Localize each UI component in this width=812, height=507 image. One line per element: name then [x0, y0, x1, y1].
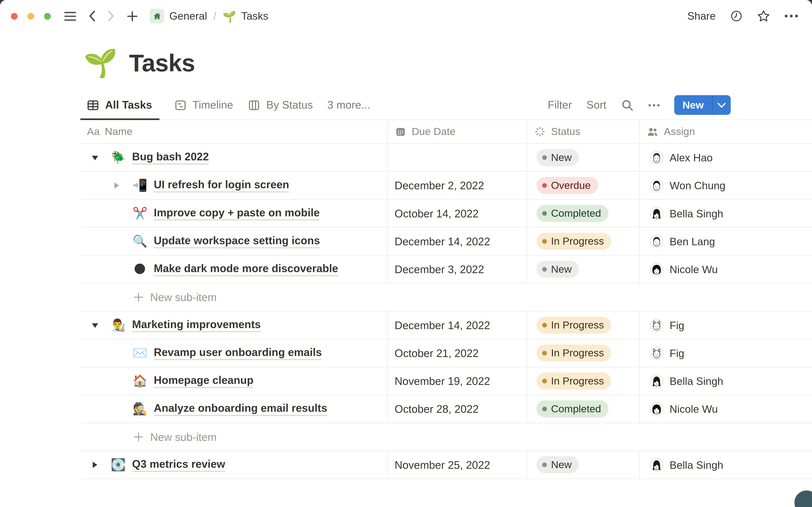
task-link[interactable]: Revamp user onboarding emails [154, 346, 322, 360]
more-options-icon[interactable] [784, 14, 798, 18]
due-date-cell[interactable] [388, 144, 527, 171]
tab-all-tasks[interactable]: All Tasks [80, 91, 159, 120]
status-cell[interactable]: Completed [527, 200, 639, 227]
minimize-window-button[interactable] [28, 13, 34, 19]
task-link[interactable]: Improve copy + paste on mobile [154, 207, 320, 220]
assign-cell[interactable]: Fig [639, 312, 812, 339]
assign-cell[interactable]: Fig [639, 339, 812, 367]
breadcrumb-page[interactable]: Tasks [241, 10, 268, 22]
status-cell[interactable]: In Progress [527, 368, 639, 395]
status-badge[interactable]: In Progress [537, 233, 611, 250]
table-row[interactable]: ✂️Improve copy + paste on mobileOctober … [80, 200, 812, 228]
search-icon[interactable] [621, 99, 634, 112]
new-page-icon[interactable] [127, 11, 138, 21]
status-cell[interactable]: In Progress [527, 339, 639, 367]
status-cell[interactable]: In Progress [527, 228, 639, 255]
status-badge[interactable]: New [537, 456, 579, 473]
task-link[interactable]: Homepage cleanup [154, 374, 254, 388]
due-date-cell[interactable]: October 21, 2022 [388, 339, 527, 367]
column-header-name[interactable]: Aa Name [80, 120, 388, 143]
name-cell[interactable]: 👨‍🎨Marketing improvements [80, 312, 388, 339]
task-link[interactable]: Q3 metrics review [132, 458, 225, 472]
task-link[interactable]: Marketing improvements [132, 318, 261, 332]
back-icon[interactable] [89, 10, 95, 22]
column-header-due-date[interactable]: Due Date [388, 120, 527, 143]
status-cell[interactable]: In Progress [527, 312, 639, 339]
status-badge[interactable]: In Progress [537, 373, 611, 390]
status-cell[interactable]: Overdue [527, 172, 639, 199]
table-row[interactable]: 📲UI refresh for login screenDecember 2, … [80, 172, 812, 200]
table-row[interactable]: 👨‍🎨Marketing improvementsDecember 14, 20… [80, 312, 812, 339]
breadcrumb-root[interactable]: General [169, 10, 207, 22]
collapse-toggle-icon[interactable] [89, 319, 101, 331]
tab-timeline[interactable]: Timeline [174, 91, 233, 120]
name-cell[interactable]: 🌑Make dark mode more discoverable [80, 256, 388, 283]
status-cell[interactable]: New [527, 451, 639, 479]
tab-3-more[interactable]: 3 more... [327, 91, 370, 120]
filter-button[interactable]: Filter [548, 99, 572, 111]
zoom-window-button[interactable] [44, 13, 51, 19]
due-date-cell[interactable]: December 2, 2022 [388, 172, 527, 199]
table-row[interactable]: 🕵️Analyze onboarding email resultsOctobe… [80, 395, 812, 423]
name-cell[interactable]: 💽Q3 metrics review [80, 451, 388, 479]
new-button-label[interactable]: New [674, 95, 712, 115]
status-cell[interactable]: New [527, 256, 639, 283]
assign-cell[interactable]: Bella Singh [639, 368, 812, 395]
view-options-icon[interactable] [648, 104, 660, 106]
table-row[interactable]: 🏠Homepage cleanupNovember 19, 2022In Pro… [80, 368, 812, 395]
expand-toggle-icon[interactable] [110, 179, 123, 192]
new-sub-item-row[interactable]: New sub-item [80, 423, 812, 451]
close-window-button[interactable] [11, 13, 17, 19]
assign-cell[interactable]: Won Chung [639, 172, 812, 199]
column-header-assign[interactable]: Assign [639, 120, 812, 143]
assign-cell[interactable]: Nicole Wu [639, 395, 812, 423]
assign-cell[interactable]: Alex Hao [639, 144, 812, 171]
name-cell[interactable]: ✉️Revamp user onboarding emails [80, 339, 388, 367]
history-clock-icon[interactable] [730, 10, 743, 22]
new-sub-item-row[interactable]: New sub-item [80, 283, 812, 312]
table-row[interactable]: 🌑Make dark mode more discoverableDecembe… [80, 256, 812, 283]
sort-button[interactable]: Sort [587, 99, 606, 111]
favorite-star-icon[interactable] [757, 10, 770, 22]
status-badge[interactable]: In Progress [537, 317, 611, 334]
status-badge[interactable]: New [537, 149, 579, 166]
due-date-cell[interactable]: November 19, 2022 [388, 368, 527, 395]
table-row[interactable]: 🪲Bug bash 2022NewAlex Hao [80, 144, 812, 172]
task-link[interactable]: Update workspace setting icons [154, 234, 320, 248]
status-badge[interactable]: Completed [537, 400, 608, 418]
name-cell[interactable]: 🔍Update workspace setting icons [80, 228, 388, 255]
home-icon[interactable] [150, 9, 164, 23]
name-cell[interactable]: ✂️Improve copy + paste on mobile [80, 200, 388, 227]
task-link[interactable]: Make dark mode more discoverable [154, 262, 338, 276]
name-cell[interactable]: 🕵️Analyze onboarding email results [80, 395, 388, 423]
due-date-cell[interactable]: December 14, 2022 [388, 312, 527, 339]
help-button[interactable] [795, 491, 812, 507]
collapse-toggle-icon[interactable] [89, 151, 101, 164]
name-cell[interactable]: 📲UI refresh for login screen [80, 172, 388, 199]
table-row[interactable]: ✉️Revamp user onboarding emailsOctober 2… [80, 339, 812, 368]
assign-cell[interactable]: Ben Lang [639, 228, 812, 255]
status-badge[interactable]: New [537, 261, 579, 278]
column-header-status[interactable]: Status [527, 120, 639, 143]
name-cell[interactable]: 🪲Bug bash 2022 [80, 144, 388, 171]
expand-toggle-icon[interactable] [89, 459, 101, 471]
task-link[interactable]: Bug bash 2022 [132, 151, 209, 165]
page-icon[interactable]: 🌱 [83, 49, 117, 77]
new-button[interactable]: New [674, 95, 730, 115]
assign-cell[interactable]: Nicole Wu [639, 256, 812, 283]
due-date-cell[interactable]: October 28, 2022 [388, 395, 527, 423]
sidebar-menu-icon[interactable] [64, 11, 76, 21]
status-cell[interactable]: Completed [527, 395, 639, 423]
task-link[interactable]: Analyze onboarding email results [154, 402, 327, 416]
tab-by-status[interactable]: By Status [248, 91, 313, 120]
status-badge[interactable]: Overdue [537, 177, 598, 194]
status-badge[interactable]: In Progress [537, 345, 611, 362]
table-row[interactable]: 🔍Update workspace setting iconsDecember … [80, 228, 812, 256]
table-row[interactable]: 💽Q3 metrics reviewNovember 25, 2022NewBe… [80, 451, 812, 479]
due-date-cell[interactable]: December 14, 2022 [388, 228, 527, 255]
name-cell[interactable]: 🏠Homepage cleanup [80, 368, 388, 395]
task-link[interactable]: UI refresh for login screen [154, 178, 289, 192]
due-date-cell[interactable]: October 14, 2022 [388, 200, 527, 227]
new-button-chevron-down-icon[interactable] [712, 95, 730, 115]
share-button[interactable]: Share [687, 10, 716, 22]
